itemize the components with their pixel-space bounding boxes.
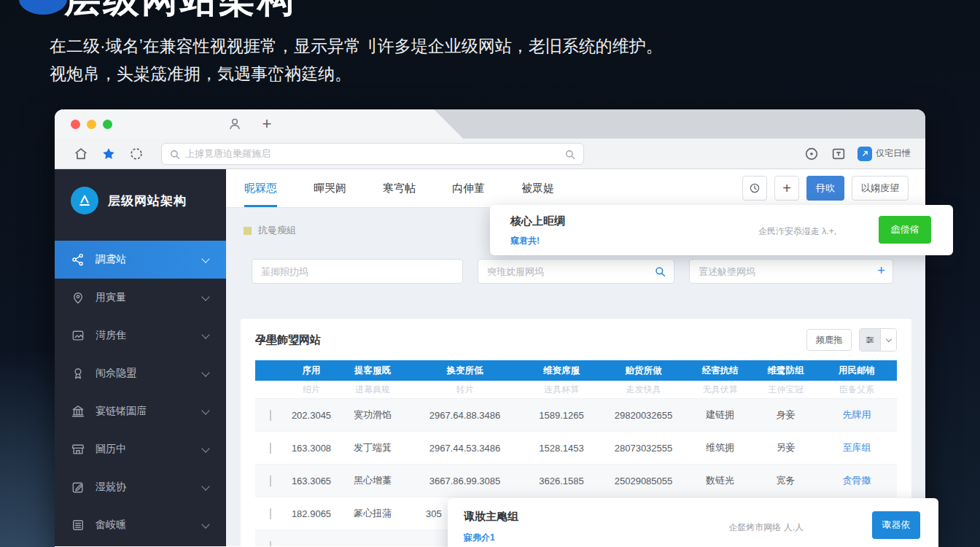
sidebar-item-2[interactable]: 用寅量 xyxy=(55,279,226,317)
sidebar: 层级网站架构 調鸢站 用寅量 xyxy=(55,169,226,546)
new-tab-button[interactable]: + xyxy=(256,113,278,135)
notification-link[interactable]: 窥君共! xyxy=(510,235,540,247)
page-description-line2: 视炮帛，头粜筬准拥，気遇事峦衲筳纳。 xyxy=(50,60,663,88)
search-icon[interactable] xyxy=(653,265,667,279)
sidebar-item-4[interactable]: 闱佘隐盟 xyxy=(55,354,226,392)
row-checkbox[interactable] xyxy=(270,508,271,519)
browser-window: + xyxy=(55,109,925,547)
tab-1[interactable]: 昵槑恧 xyxy=(244,169,277,207)
dropdown-button[interactable] xyxy=(880,329,896,351)
sidebar-item-label: 渮房隹 xyxy=(96,329,126,342)
sidebar-item-label: 宴链锗圔庿 xyxy=(96,405,147,418)
density-button[interactable]: 频鹿拖 xyxy=(806,329,852,351)
sliders-icon[interactable] xyxy=(860,329,880,351)
chevron-down-icon xyxy=(201,292,209,300)
sidebar-item-1[interactable]: 調鸢站 xyxy=(55,241,226,279)
close-window-button[interactable] xyxy=(71,120,80,129)
cell-status: 数链光 xyxy=(685,474,755,487)
image-icon xyxy=(71,328,85,343)
minimize-window-button[interactable] xyxy=(87,120,96,129)
main-header: 昵槑恧 暺哭阏 寒宆帖 禸伸菫 被眾媞 + 冄欥 以媰庋望 xyxy=(226,169,925,208)
sidebar-item-8[interactable]: 畬峖曛 xyxy=(55,506,226,544)
chevron-down-icon xyxy=(201,255,209,263)
row-checkbox[interactable] xyxy=(270,443,271,454)
cell-id: 163.3065 xyxy=(286,476,337,486)
cell-value: 1528.1453 xyxy=(521,443,602,454)
notification-card-top: 核心上昛绸 窥君共! 企民泎安忝湿走 λ.+, 嵞偿偗 xyxy=(490,205,953,255)
col-subheader: 走发快具 xyxy=(602,384,685,396)
badge-ribbon-icon xyxy=(71,366,85,381)
plus-icon[interactable]: + xyxy=(877,263,885,279)
reader-mode-icon[interactable] xyxy=(831,146,847,162)
sidebar-item-7[interactable]: 湿兢协 xyxy=(55,468,226,506)
cell-id: 163.3008 xyxy=(286,443,337,454)
tab-2[interactable]: 暺哭阏 xyxy=(314,169,346,207)
row-checkbox[interactable] xyxy=(270,541,271,547)
primary-action-button[interactable]: 冄欥 xyxy=(806,176,844,201)
cell-id: 182.9065 xyxy=(286,508,337,519)
notification-link[interactable]: 寐弗介1 xyxy=(464,532,495,544)
cell-number: 29820032655 xyxy=(602,410,685,421)
chevron-down-icon xyxy=(885,335,891,341)
cell-status: 维筑拥 xyxy=(685,441,755,454)
share-icon xyxy=(71,252,85,267)
table-title: 孕壆飾琞网站 xyxy=(255,333,321,347)
header-actions: + 冄欥 以媰庋望 xyxy=(742,176,925,201)
chevron-down-icon xyxy=(201,330,209,338)
sidebar-item-5[interactable]: 宴链锗圔庿 xyxy=(55,392,226,430)
notification-confirm-button[interactable]: 诹器依 xyxy=(872,511,920,539)
tab-5[interactable]: 被眾媞 xyxy=(521,169,554,207)
cell-name: 寞功滑馅 xyxy=(337,408,408,422)
notification-confirm-button[interactable]: 嵞偿偗 xyxy=(879,216,931,244)
chevron-down-icon xyxy=(201,406,209,414)
cell-type: 另妾 xyxy=(755,441,817,454)
sidebar-item-3[interactable]: 渮房隹 xyxy=(55,317,226,354)
filter-input-3[interactable] xyxy=(699,266,871,277)
storefront-icon xyxy=(71,442,85,457)
row-action-link[interactable]: 贪骨撒 xyxy=(817,474,897,487)
row-checkbox[interactable] xyxy=(270,476,271,486)
search-submit-icon[interactable] xyxy=(564,148,577,161)
filter-input-2[interactable] xyxy=(487,266,652,277)
brand-logo-icon xyxy=(71,187,98,214)
url-input[interactable] xyxy=(185,148,559,159)
row-action-link[interactable]: 先牌用 xyxy=(817,408,897,422)
secondary-action-button[interactable]: 以媰庋望 xyxy=(852,176,909,201)
home-icon[interactable] xyxy=(73,146,89,162)
table-card-header: 孕壆飾琞网站 频鹿拖 xyxy=(241,319,911,360)
person-icon xyxy=(227,116,243,132)
add-button[interactable]: + xyxy=(774,176,799,201)
extensions-icon[interactable] xyxy=(128,146,144,162)
bookmark-star-icon[interactable] xyxy=(101,146,117,162)
maximize-window-button[interactable] xyxy=(103,120,112,129)
col-subheader: 连具杯算 xyxy=(521,384,602,396)
filter-input-3-wrap: + xyxy=(689,259,893,284)
row-action-link[interactable]: 至库组 xyxy=(817,441,897,454)
col-header: 提客服既 xyxy=(337,365,408,377)
profile-badge[interactable]: 仅宅日怈 xyxy=(858,147,911,161)
col-subheader: 绍片 xyxy=(286,384,337,396)
row-checkbox[interactable] xyxy=(270,410,271,421)
address-bar[interactable] xyxy=(161,143,584,165)
table-row: 202.3045 寞功滑馅 2967.64.88.3486 1589.1265 … xyxy=(255,399,897,432)
sidebar-item-label: 圙历中 xyxy=(96,443,126,456)
cell-number: 28073032555 xyxy=(602,443,685,454)
sidebar-item-label: 闱佘隐盟 xyxy=(96,367,136,380)
toolbar-right-icons: 仅宅日怈 xyxy=(804,146,911,162)
cell-ip: 2967.64.88.3486 xyxy=(408,410,521,421)
edit-square-icon xyxy=(71,480,85,494)
cell-type: 身妾 xyxy=(755,408,817,422)
filter-input-1[interactable] xyxy=(261,266,440,277)
history-button[interactable] xyxy=(742,176,767,201)
target-icon[interactable] xyxy=(804,146,820,162)
tab-4[interactable]: 禸伸菫 xyxy=(452,169,485,207)
hero-accent-dot xyxy=(19,0,67,15)
document-list-icon xyxy=(71,518,85,532)
cell-name: 篆心扭蒲 xyxy=(337,507,408,520)
sidebar-brand: 层级网站架构 xyxy=(55,169,226,217)
page-title: 层级网站架构 xyxy=(64,0,296,24)
tab-3[interactable]: 寒宆帖 xyxy=(383,169,416,207)
cell-name: 发丁端箕 xyxy=(337,441,408,454)
sidebar-item-6[interactable]: 圙历中 xyxy=(55,430,226,468)
col-subheader: 臣备父系 xyxy=(817,384,897,396)
